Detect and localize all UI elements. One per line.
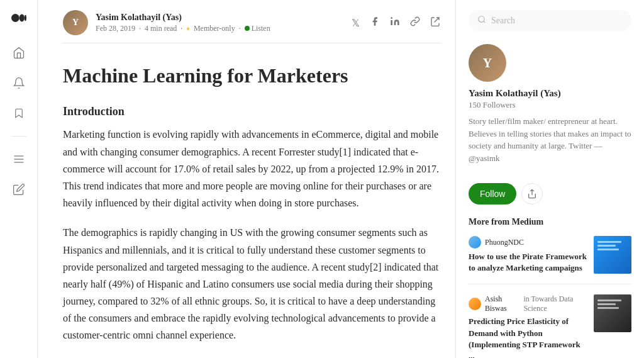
left-sidebar <box>0 0 38 358</box>
svg-point-2 <box>24 14 26 21</box>
svg-point-7 <box>479 16 484 22</box>
rec-author-pub-2: in Towards Data Science <box>523 294 587 313</box>
svg-point-1 <box>19 14 24 21</box>
follow-button[interactable]: Follow <box>469 183 516 204</box>
home-icon[interactable] <box>11 45 26 60</box>
author-info: Yasim Kolathayil (Yas) Feb 28, 2019 · 4 … <box>96 13 344 33</box>
sidebar-followers: 150 Followers <box>469 100 516 110</box>
link-icon[interactable] <box>410 16 420 29</box>
listen-dot <box>245 26 250 31</box>
read-time: 4 min read <box>145 24 177 33</box>
author-name[interactable]: Yasim Kolathayil (Yas) <box>96 13 344 23</box>
svg-line-8 <box>484 21 486 23</box>
sidebar-divider <box>11 136 26 137</box>
facebook-icon[interactable] <box>370 16 380 29</box>
more-from-medium-label: More from Medium <box>469 217 631 227</box>
save-icon[interactable] <box>430 16 440 29</box>
member-label: Member-only <box>194 24 235 33</box>
medium-logo[interactable] <box>11 10 26 25</box>
sidebar-author-avatar[interactable]: Y <box>469 44 506 82</box>
rec-thumb-2 <box>594 294 631 332</box>
search-placeholder: Search <box>491 16 515 26</box>
sidebar-author-name[interactable]: Yasim Kolathayil (Yas) <box>469 88 561 99</box>
rec-author-avatar-1 <box>469 236 481 249</box>
listen-badge[interactable]: Listen <box>245 24 270 33</box>
article-title: Machine Learning for Marketers <box>63 64 440 87</box>
linkedin-icon[interactable] <box>390 16 400 29</box>
rec-title-2: Predicting Price Elasticity of Demand wi… <box>469 316 587 358</box>
sidebar-bio: Story teller/film maker/ entrepreneur at… <box>469 115 631 164</box>
author-meta: Feb 28, 2019 · 4 min read · ♦ Member-onl… <box>96 24 344 33</box>
rec-author-avatar-2 <box>469 298 481 310</box>
svg-point-0 <box>11 14 19 22</box>
twitter-icon[interactable]: 𝕏 <box>352 17 360 29</box>
sidebar-author-card: Y Yasim Kolathayil (Yas) 150 Followers S… <box>469 44 631 173</box>
intro-heading: Introduction <box>63 105 440 118</box>
right-sidebar: Search Y Yasim Kolathayil (Yas) 150 Foll… <box>455 0 644 358</box>
sidebar-actions: Follow <box>469 183 631 204</box>
header-actions: 𝕏 <box>352 16 440 29</box>
recommended-article-2[interactable]: Asish Biswas in Towards Data Science Pre… <box>469 294 631 358</box>
rec-title-1: How to use the Pirate Framework to analy… <box>469 251 587 274</box>
search-icon <box>477 15 486 26</box>
recommended-article-1[interactable]: PhuongNDC How to use the Pirate Framewor… <box>469 236 631 284</box>
rec-thumb-1 <box>594 236 631 274</box>
main-content: Y Yasim Kolathayil (Yas) Feb 28, 2019 · … <box>38 0 465 358</box>
author-avatar[interactable]: Y <box>63 10 88 35</box>
list-icon[interactable] <box>11 152 26 167</box>
svg-point-6 <box>391 17 392 19</box>
bell-icon[interactable] <box>11 76 26 91</box>
more-options-button[interactable] <box>521 183 543 204</box>
rec-author-name-2: Asish Biswas <box>485 294 519 313</box>
bookmark-icon[interactable] <box>11 106 26 121</box>
article-body: Machine Learning for Marketers Introduct… <box>63 43 440 358</box>
article-date: Feb 28, 2019 <box>96 24 135 33</box>
paragraph-2: The demographics is rapidly changing in … <box>63 224 440 344</box>
search-bar[interactable]: Search <box>469 10 631 31</box>
edit-icon[interactable] <box>11 182 26 197</box>
article-header: Y Yasim Kolathayil (Yas) Feb 28, 2019 · … <box>63 0 440 43</box>
rec-author-name-1: PhuongNDC <box>485 238 524 247</box>
member-badge: ♦ <box>186 25 190 32</box>
paragraph-1: Marketing function is evolving rapidly w… <box>63 126 440 211</box>
